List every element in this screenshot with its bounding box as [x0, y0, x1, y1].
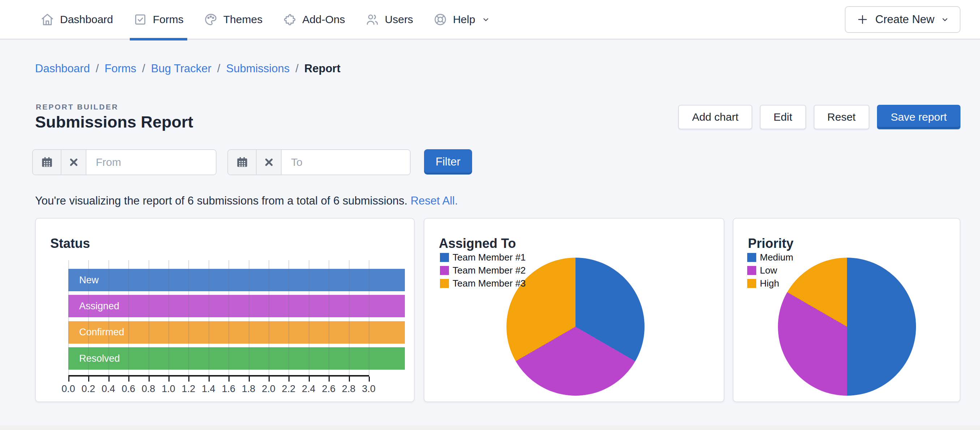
- chart-title-assigned-to: Assigned To: [439, 236, 516, 251]
- breadcrumb-current: Report: [304, 62, 340, 75]
- to-date-group: [228, 149, 410, 175]
- date-filter-row: Filter: [32, 149, 472, 175]
- gridline: [88, 260, 89, 375]
- x-axis-tick: [68, 376, 69, 382]
- nav-item-users[interactable]: Users: [366, 0, 413, 40]
- x-axis-tick: [269, 376, 270, 382]
- bar-label: Assigned: [68, 301, 119, 312]
- legend-swatch: [747, 279, 756, 288]
- bar-label: New: [68, 275, 99, 286]
- to-clear-button[interactable]: [257, 150, 282, 175]
- edit-button[interactable]: Edit: [760, 105, 806, 129]
- x-axis-tick-label: 0.8: [142, 383, 156, 395]
- gridline: [288, 260, 289, 375]
- gridline: [349, 260, 350, 375]
- x-axis-tick-label: 1.4: [202, 383, 215, 395]
- from-date-group: [32, 149, 216, 175]
- breadcrumb-link-dashboard[interactable]: Dashboard: [35, 62, 90, 75]
- create-new-button[interactable]: Create New: [845, 6, 961, 33]
- chevron-down-icon: [482, 16, 490, 24]
- nav-item-label: Dashboard: [60, 13, 113, 25]
- top-navigation-bar: DashboardFormsThemesAdd-OnsUsersHelp Cre…: [0, 0, 980, 40]
- legend-label: Team Member #3: [453, 278, 526, 289]
- legend-swatch: [747, 266, 756, 275]
- bar-assigned: Assigned: [68, 295, 405, 317]
- x-axis-tick: [169, 376, 170, 382]
- gridline: [269, 260, 269, 375]
- save-report-button[interactable]: Save report: [877, 105, 961, 129]
- priority-legend: MediumLowHigh: [747, 253, 793, 288]
- page-title: Submissions Report: [35, 113, 193, 132]
- bar-label: Resolved: [68, 353, 120, 364]
- x-axis-tick: [229, 376, 229, 382]
- x-axis-tick-label: 1.8: [242, 383, 256, 395]
- main-nav: DashboardFormsThemesAdd-OnsUsersHelp: [40, 0, 490, 40]
- legend-label: Team Member #1: [453, 252, 526, 263]
- to-calendar-button[interactable]: [228, 150, 257, 175]
- nav-item-themes[interactable]: Themes: [204, 0, 262, 40]
- report-builder-eyebrow: REPORT BUILDER: [36, 103, 119, 111]
- chart-title-status: Status: [50, 236, 90, 251]
- legend-label: High: [760, 278, 779, 289]
- legend-label: Medium: [760, 252, 793, 263]
- filter-button[interactable]: Filter: [424, 149, 472, 175]
- x-axis-tick-label: 1.6: [221, 383, 235, 395]
- legend-item: Low: [747, 266, 793, 275]
- legend-item: Team Member #2: [440, 266, 526, 275]
- bottom-strip: [0, 425, 980, 430]
- priority-pie-chart: [778, 258, 916, 396]
- gridline: [188, 260, 189, 375]
- nav-item-addons[interactable]: Add-Ons: [283, 0, 345, 40]
- nav-item-label: Help: [453, 13, 476, 25]
- x-axis-tick-label: 3.0: [362, 383, 375, 395]
- breadcrumb-link-forms[interactable]: Forms: [105, 62, 136, 75]
- check-square-icon: [134, 13, 147, 26]
- legend-item: High: [747, 279, 793, 288]
- nav-item-help[interactable]: Help: [433, 0, 490, 40]
- assigned-to-pie-chart: [506, 258, 644, 396]
- from-calendar-button[interactable]: [33, 150, 62, 175]
- nav-item-dashboard[interactable]: Dashboard: [40, 0, 113, 40]
- x-axis-tick: [128, 376, 129, 382]
- assigned-to-chart-card: Assigned To Team Member #1Team Member #2…: [424, 218, 724, 402]
- gridline: [108, 260, 109, 375]
- add-chart-button[interactable]: Add chart: [678, 105, 752, 129]
- legend-item: Team Member #3: [440, 279, 526, 288]
- priority-chart-card: Priority MediumLowHigh: [733, 218, 961, 402]
- x-axis-tick: [329, 376, 330, 382]
- nav-item-forms[interactable]: Forms: [134, 0, 184, 40]
- breadcrumb-link-bug-tracker[interactable]: Bug Tracker: [151, 62, 212, 75]
- x-axis-tick-label: 0.6: [121, 383, 135, 395]
- legend-swatch: [440, 253, 449, 262]
- breadcrumb-separator: /: [142, 62, 145, 75]
- puzzle-icon: [283, 13, 296, 26]
- x-axis-tick-label: 2.4: [302, 383, 316, 395]
- reset-button[interactable]: Reset: [814, 105, 869, 129]
- from-clear-button[interactable]: [62, 150, 86, 175]
- x-axis-tick: [288, 376, 290, 382]
- gridline: [369, 260, 369, 375]
- nav-item-label: Forms: [153, 13, 184, 25]
- legend-swatch: [440, 266, 449, 275]
- x-axis-line: [68, 375, 369, 376]
- gridline: [169, 260, 169, 375]
- users-icon: [366, 13, 379, 26]
- x-axis-tick: [188, 376, 189, 382]
- x-axis-tick: [88, 376, 89, 382]
- calendar-icon: [236, 156, 248, 168]
- from-date-input[interactable]: [86, 150, 216, 175]
- breadcrumb-link-submissions[interactable]: Submissions: [226, 62, 290, 75]
- x-axis-tick: [249, 376, 250, 382]
- gridline: [208, 260, 209, 375]
- to-date-input[interactable]: [282, 150, 410, 175]
- submissions-note: You're visualizing the report of 6 submi…: [35, 194, 458, 208]
- breadcrumb-separator: /: [295, 62, 299, 75]
- breadcrumb: Dashboard/Forms/Bug Tracker/Submissions/…: [35, 62, 340, 75]
- x-axis-tick: [149, 376, 150, 382]
- legend-label: Team Member #2: [453, 265, 526, 276]
- lifebuoy-icon: [433, 13, 447, 26]
- bar-label: Confirmed: [68, 327, 124, 338]
- gridline: [149, 260, 149, 375]
- reset-all-link[interactable]: Reset All.: [410, 194, 458, 207]
- bar-confirmed: Confirmed: [68, 321, 405, 344]
